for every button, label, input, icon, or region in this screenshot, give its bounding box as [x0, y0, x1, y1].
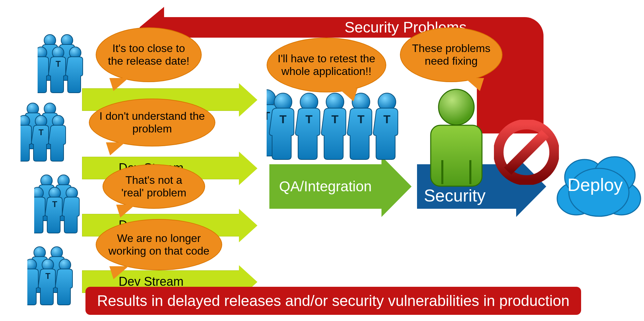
svg-rect-6 [431, 125, 482, 186]
bubble-text: That's not a 'real' problem [113, 174, 195, 199]
result-text: Results in delayed releases and/or secur… [97, 292, 569, 309]
svg-line-10 [508, 133, 545, 171]
security-label: Security [424, 186, 486, 206]
bubble-retest: I'll have to retest the whole applicatio… [267, 38, 386, 92]
security-person-icon [420, 88, 492, 192]
svg-text:T: T [267, 109, 270, 122]
dev-team-1-icon [38, 34, 99, 99]
bubble-not-real: That's not a 'real' problem [103, 164, 205, 209]
bubble-tail-icon [109, 266, 129, 279]
qa-arrow: QA/Integration [269, 164, 381, 209]
bubble-text: These problems need fixing [410, 42, 492, 67]
bubble-text: It's too close to the release date! [106, 42, 191, 67]
qa-team-icon: T [267, 89, 403, 169]
bubble-no-longer: We are no longer working on that code [96, 219, 222, 270]
result-bar: Results in delayed releases and/or secur… [85, 287, 581, 315]
bubble-tail-icon [338, 88, 358, 101]
bubble-dont-understand: I don't understand the problem [89, 99, 215, 146]
bubble-need-fixing: These problems need fixing [400, 27, 502, 82]
bubble-text: We are no longer working on that code [106, 232, 212, 257]
dev-team-4-icon [27, 246, 89, 311]
dev-team-3-icon [34, 175, 96, 239]
bubble-text: I don't understand the problem [99, 110, 205, 135]
svg-point-5 [439, 89, 474, 125]
bubble-text: I'll have to retest the whole applicatio… [277, 52, 376, 78]
bubble-tail-icon [106, 142, 125, 155]
deploy-label: Deploy [567, 175, 623, 195]
bubble-tail-icon [109, 78, 129, 91]
prohibit-icon [494, 120, 559, 185]
dev-team-2-icon [21, 103, 82, 167]
qa-label: QA/Integration [279, 178, 372, 195]
bubble-too-close: It's too close to the release date! [96, 27, 202, 82]
bubble-tail-icon [116, 205, 135, 218]
